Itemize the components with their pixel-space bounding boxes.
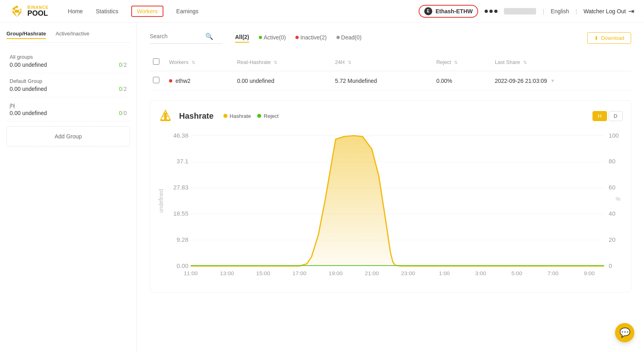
chart-container: 46.38 37.1 27.83 18.55 9.28 0.00 undefin…	[158, 131, 623, 284]
sidebar-group-jhj-count: 0/0	[119, 110, 127, 116]
filter-tab-dead-label: Dead(0)	[341, 34, 362, 41]
svg-rect-11	[163, 116, 168, 117]
logo-pool-text: POOL	[27, 10, 49, 17]
svg-text:17:00: 17:00	[292, 270, 306, 276]
svg-marker-6	[12, 12, 17, 17]
worker-name[interactable]: ethw2	[175, 78, 190, 84]
username-blurred	[504, 8, 536, 14]
svg-text:46.38: 46.38	[173, 132, 189, 139]
filter-bar: 🔍 All(2) Active(0) Inactive(2) Dead(0)	[150, 32, 631, 44]
search-icon[interactable]: 🔍	[205, 33, 213, 40]
svg-text:23:00: 23:00	[401, 270, 415, 276]
svg-marker-44	[191, 136, 604, 266]
sidebar-group-jhj-name: jhj	[10, 102, 127, 108]
svg-text:1:00: 1:00	[439, 270, 450, 276]
svg-text:19:00: 19:00	[329, 270, 343, 276]
binance-logo-icon	[10, 4, 24, 19]
th-last-share: Last Share ⇅	[491, 54, 631, 71]
svg-marker-5	[19, 10, 21, 12]
language-selector[interactable]: English	[551, 8, 569, 14]
search-box: 🔍	[150, 33, 222, 44]
nav-home[interactable]: Home	[68, 8, 83, 14]
period-btn-D[interactable]: D	[609, 111, 623, 121]
workers-sort-icon[interactable]: ⇅	[192, 60, 195, 65]
svg-text:37.1: 37.1	[177, 159, 188, 165]
coin-selector-name: Ethash-ETHW	[436, 8, 473, 14]
add-group-button[interactable]: Add Group	[6, 126, 130, 146]
nav-statistics[interactable]: Statistics	[96, 8, 118, 14]
chart-svg: 46.38 37.1 27.83 18.55 9.28 0.00 undefin…	[158, 131, 623, 284]
sidebar-group-all-name: All groups	[10, 54, 127, 60]
nav-earnings[interactable]: Earnings	[176, 8, 198, 14]
download-label: Download	[601, 35, 624, 41]
last-share-sort-icon[interactable]: ⇅	[523, 60, 527, 65]
th-24h: 24H ⇅	[332, 54, 433, 71]
worker-status-dot	[169, 79, 172, 82]
svg-text:18.55: 18.55	[173, 210, 189, 217]
logout-icon: ⇥	[628, 7, 634, 16]
svg-text:13:00: 13:00	[220, 270, 234, 276]
nav-workers[interactable]: Workers	[131, 6, 163, 17]
worker-24h: 5.72 Mundefined	[332, 71, 433, 91]
svg-text:11:00: 11:00	[184, 270, 198, 276]
legend-reject: Reject	[257, 113, 279, 119]
chart-section-icon	[158, 109, 173, 123]
svg-text:21:00: 21:00	[365, 270, 379, 276]
svg-text:20: 20	[609, 237, 615, 243]
sidebar-group-default[interactable]: Default Group 0.00 undefined 0/2	[6, 73, 130, 97]
svg-marker-2	[19, 8, 21, 10]
user-menu-icon[interactable]	[485, 10, 497, 13]
row-checkbox[interactable]	[153, 77, 159, 83]
filter-tab-active-label: Active(0)	[264, 34, 286, 41]
legend-hashrate: Hashrate	[223, 113, 251, 119]
dead-dot	[336, 36, 340, 39]
real-hashrate-sort-icon[interactable]: ⇅	[274, 60, 277, 65]
select-all-checkbox[interactable]	[153, 58, 159, 65]
24h-sort-icon[interactable]: ⇅	[348, 60, 351, 65]
sidebar-tab-group-hashrate[interactable]: Group/Hashrate	[6, 31, 46, 39]
svg-text:0: 0	[609, 263, 612, 269]
chart-title: Hashrate	[179, 111, 214, 121]
sidebar-tabs: Group/Hashrate Active/Inactive	[6, 31, 130, 43]
chart-header: Hashrate Hashrate Reject H D	[158, 109, 623, 123]
svg-text:15:00: 15:00	[256, 270, 270, 276]
sidebar-group-jhj-hashrate: 0.00 undefined	[10, 110, 47, 116]
expand-icon[interactable]: ▼	[550, 78, 555, 84]
download-button[interactable]: ⬇ Download	[587, 32, 631, 44]
sidebar-group-all-count: 0/2	[119, 62, 127, 68]
nav-links: Home Statistics Workers Earnings	[68, 6, 199, 17]
svg-text:%: %	[615, 196, 620, 202]
workers-table: Workers ⇅ Real-Hashrate ⇅ 24H ⇅ Reject ⇅	[150, 54, 631, 91]
search-input[interactable]	[150, 33, 202, 39]
filter-tab-inactive[interactable]: Inactive(2)	[295, 34, 326, 43]
svg-text:undefined: undefined	[158, 189, 164, 213]
worker-real-hashrate: 0.00 undefined	[234, 71, 332, 91]
sidebar-group-all[interactable]: All groups 0.00 undefined 0/2	[6, 49, 130, 73]
sidebar-tab-active-inactive[interactable]: Active/Inactive	[56, 31, 89, 39]
filter-tab-active[interactable]: Active(0)	[259, 34, 286, 43]
th-checkbox	[150, 54, 166, 71]
filter-tab-dead[interactable]: Dead(0)	[336, 34, 362, 43]
sidebar-group-jhj[interactable]: jhj 0.00 undefined 0/0	[6, 97, 130, 121]
main-content: 🔍 All(2) Active(0) Inactive(2) Dead(0)	[137, 23, 644, 352]
chart-period-buttons: H D	[592, 111, 623, 121]
svg-text:7:00: 7:00	[547, 270, 558, 276]
nav-right: E Ethash-ETHW | English | Watcher Log Ou…	[419, 5, 634, 18]
worker-last-share: 2022-09-26 21:03:09 ▼	[491, 71, 631, 91]
coin-selector[interactable]: E Ethash-ETHW	[419, 5, 479, 18]
sidebar-group-default-name: Default Group	[10, 78, 127, 84]
sidebar-group-all-hashrate: 0.00 undefined	[10, 62, 47, 68]
sidebar-group-default-count: 0/2	[119, 86, 127, 92]
th-reject: Reject ⇅	[433, 54, 491, 71]
chat-fab-button[interactable]: 💬	[615, 323, 634, 342]
logo[interactable]: BINANCE POOL	[10, 4, 49, 19]
legend-hashrate-dot	[223, 114, 227, 118]
filter-tab-all[interactable]: All(2)	[235, 34, 249, 43]
reject-sort-icon[interactable]: ⇅	[454, 60, 458, 65]
filter-tab-inactive-label: Inactive(2)	[300, 34, 326, 41]
row-checkbox-cell	[150, 71, 166, 91]
logout-button[interactable]: Watcher Log Out ⇥	[584, 7, 634, 16]
th-real-hashrate: Real-Hashrate ⇅	[234, 54, 332, 71]
period-btn-H[interactable]: H	[592, 111, 607, 121]
download-icon: ⬇	[594, 35, 599, 41]
